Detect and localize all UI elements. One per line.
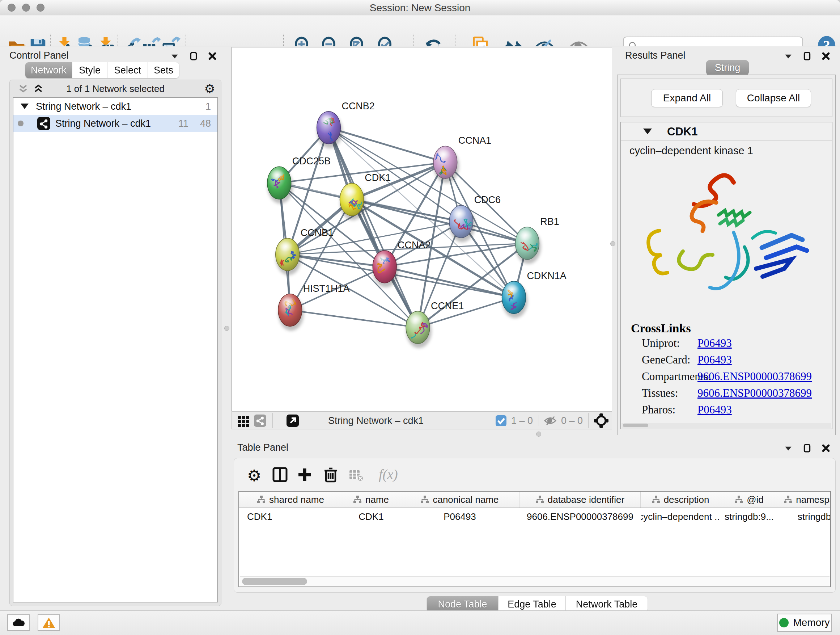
float-panel-icon[interactable] xyxy=(189,51,198,61)
float-panel-icon[interactable] xyxy=(802,443,812,453)
column-header-shared-name[interactable]: shared name xyxy=(239,492,342,508)
vertical-splitter-handle[interactable] xyxy=(224,326,229,331)
birdseye-toggle-icon[interactable] xyxy=(594,413,609,428)
network-edge[interactable] xyxy=(385,267,514,298)
network-status-dot xyxy=(18,120,24,126)
expand-all-button[interactable]: Expand All xyxy=(651,89,723,107)
crosslink-link[interactable]: P06493 xyxy=(698,403,732,416)
table-cell[interactable]: P06493 xyxy=(400,508,519,525)
protein-card: CDK1 cyclin–dependent kinase 1 xyxy=(621,122,832,429)
column-header-database-identifier[interactable]: database identifier xyxy=(519,492,641,508)
network-edge[interactable] xyxy=(329,128,445,163)
column-type-icon xyxy=(734,495,743,504)
close-panel-icon[interactable] xyxy=(821,443,831,453)
network-badge-icon[interactable] xyxy=(254,414,267,427)
show-columns-icon[interactable] xyxy=(272,466,288,483)
network-canvas[interactable]: CCNB2CCNA1CDC25BCDK1CDC6RB1CCNB1CCNA2CDK… xyxy=(232,47,612,411)
expand-collapse-bar: Expand All Collapse All xyxy=(621,79,832,117)
column-header-label: shared name xyxy=(269,494,324,505)
panel-menu-icon[interactable] xyxy=(783,443,793,453)
network-node[interactable] xyxy=(373,250,398,287)
column-header-label: canonical name xyxy=(433,494,499,505)
add-column-icon[interactable] xyxy=(296,466,313,483)
crosslink-link[interactable]: 9606.ENSP00000378699 xyxy=(698,370,812,383)
tab-sets[interactable]: Sets xyxy=(148,62,179,78)
column-type-icon xyxy=(535,495,544,504)
node-label: CCNE1 xyxy=(431,301,464,311)
tab-style[interactable]: Style xyxy=(73,62,107,78)
network-options-gear-icon[interactable]: ⚙ xyxy=(204,81,215,96)
network-node[interactable] xyxy=(515,227,541,264)
hidden-node-edge-counts: 0 – 0 xyxy=(561,415,583,426)
panel-menu-icon[interactable] xyxy=(170,51,180,61)
table-cell[interactable]: 9606.ENSP00000378699 xyxy=(519,508,641,525)
detach-view-icon[interactable] xyxy=(286,414,299,427)
column-header-@id[interactable]: @id xyxy=(720,492,778,508)
close-panel-icon[interactable] xyxy=(208,51,217,61)
network-edge[interactable] xyxy=(329,128,527,243)
results-panel-header-icons xyxy=(783,51,831,61)
network-graph: CCNB2CCNA1CDC25BCDK1CDC6RB1CCNB1CCNA2CDK… xyxy=(232,48,612,411)
delete-column-icon[interactable] xyxy=(322,466,339,483)
protein-card-scroll-thumb[interactable] xyxy=(623,424,648,427)
network-tree-row[interactable]: String Network – cdk11 xyxy=(13,98,218,115)
network-node[interactable] xyxy=(502,281,528,318)
collapse-section-icon[interactable] xyxy=(643,128,652,134)
table-cell[interactable]: CDK1 xyxy=(239,508,342,525)
network-edge[interactable] xyxy=(290,310,418,328)
tab-select[interactable]: Select xyxy=(107,62,148,78)
crosslink-link[interactable]: P06493 xyxy=(698,353,732,366)
column-header-description[interactable]: description xyxy=(641,492,720,508)
network-node[interactable] xyxy=(278,294,304,331)
column-header-name[interactable]: name xyxy=(342,492,400,508)
column-header-label: database identifier xyxy=(548,494,624,505)
table-cell[interactable]: stringdb xyxy=(778,508,831,525)
table-settings-gear-icon[interactable]: ⚙ xyxy=(247,466,264,483)
vertical-splitter-handle[interactable] xyxy=(610,241,615,246)
hidden-eye-icon[interactable] xyxy=(544,414,557,427)
network-tree-count: 48 xyxy=(200,118,211,129)
crosslink-link[interactable]: 9606.ENSP00000378699 xyxy=(698,386,812,400)
crosslink-label: GeneCard: xyxy=(642,353,690,366)
crosslink-label: Tissues: xyxy=(642,386,678,400)
memory-status-button[interactable]: Memory xyxy=(777,614,832,632)
network-node[interactable] xyxy=(433,146,459,183)
network-node[interactable] xyxy=(317,111,343,149)
column-header-namespace[interactable]: namespace xyxy=(778,492,831,508)
crosslinks-title: CrossLinks xyxy=(631,321,691,335)
grid-view-icon[interactable] xyxy=(237,414,250,427)
network-node[interactable] xyxy=(406,311,431,352)
tab-edge-table[interactable]: Edge Table xyxy=(499,596,566,612)
delete-table-icon[interactable] xyxy=(349,469,363,481)
table-cell[interactable]: CDK1 xyxy=(342,508,400,525)
tab-string[interactable]: String xyxy=(706,60,749,75)
tree-expander-icon[interactable] xyxy=(21,103,28,109)
crosslink-link[interactable]: P06493 xyxy=(698,337,732,350)
network-edge[interactable] xyxy=(329,128,418,328)
statusbar: Memory xyxy=(0,610,840,635)
close-panel-icon[interactable] xyxy=(821,51,831,61)
network-node[interactable] xyxy=(276,238,302,275)
table-scroll-thumb[interactable] xyxy=(242,578,307,585)
network-tree-row[interactable]: String Network – cdk14811 xyxy=(13,115,218,132)
panel-menu-icon[interactable] xyxy=(783,51,793,61)
collapse-all-button[interactable]: Collapse All xyxy=(736,89,811,107)
tab-node-table[interactable]: Node Table xyxy=(427,596,499,612)
table-cell[interactable]: cyclin–dependent ... xyxy=(641,508,720,525)
column-header-canonical-name[interactable]: canonical name xyxy=(400,492,519,508)
control-panel-header-icons xyxy=(170,51,217,61)
cloud-status-button[interactable] xyxy=(7,614,30,631)
network-edge[interactable] xyxy=(287,255,385,267)
tab-network-table[interactable]: Network Table xyxy=(566,596,647,612)
warnings-button[interactable] xyxy=(38,614,60,631)
tab-network[interactable]: Network xyxy=(25,62,73,78)
network-view-toolbar: String Network – cdk1 1 – 0 0 – 0 xyxy=(232,411,612,429)
selected-checkbox-icon[interactable] xyxy=(495,415,507,426)
main-toolbar: ? xyxy=(0,16,840,46)
network-tree-count: 1 xyxy=(205,101,211,112)
float-panel-icon[interactable] xyxy=(802,51,812,61)
table-cell[interactable]: stringdb:9... xyxy=(720,508,778,525)
horizontal-splitter-handle[interactable] xyxy=(536,432,541,437)
network-node[interactable] xyxy=(340,183,365,220)
node-label: CDKN1A xyxy=(527,271,566,281)
